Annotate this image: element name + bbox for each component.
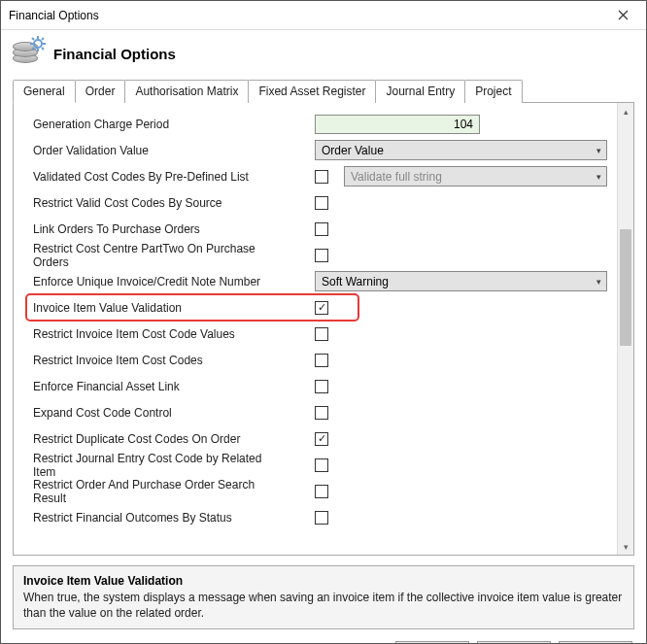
enforce-financial-asset-link-checkbox[interactable] [315,380,328,393]
link-orders-to-purchase-orders-checkbox[interactable] [315,222,328,236]
dialog-title: Financial Options [53,46,176,62]
invoice-item-value-validation-checkbox[interactable] [315,301,328,315]
description-title: Invoice Item Value Validation [23,574,624,588]
field-restrict-invoice-item-cost-code-values: Restrict Invoice Item Cost Code Values [31,321,607,347]
label: Restrict Duplicate Cost Codes On Order [31,432,286,446]
order-validation-value-select[interactable]: Order Value ▾ [315,140,607,160]
tab-order[interactable]: Order [75,80,126,103]
restrict-valid-cost-codes-by-source-checkbox[interactable] [315,196,328,210]
field-restrict-duplicate-cost-codes-order: Restrict Duplicate Cost Codes On Order [31,425,607,452]
label: Restrict Journal Entry Cost Code by Rela… [31,452,286,479]
scroll-down-arrow-icon[interactable]: ▾ [618,538,633,555]
tab-general[interactable]: General [13,80,76,103]
database-gear-icon [13,38,44,69]
field-link-orders-to-purchase-orders: Link Orders To Purchase Orders [31,216,607,242]
dialog-buttons: Apply OK Cancel [1,629,646,644]
label: Enforce Financial Asset Link [31,380,286,393]
restrict-cost-centre-parttwo-checkbox[interactable] [315,249,328,262]
tab-project[interactable]: Project [464,80,522,103]
field-restrict-financial-outcomes-by-status: Restrict Financial Outcomes By Status [31,504,607,530]
tab-authorisation-matrix[interactable]: Authorisation Matrix [124,80,249,103]
description-body: When true, the system displays a message… [23,590,624,621]
svg-line-8 [42,38,44,40]
svg-line-5 [32,38,34,40]
label: Restrict Valid Cost Codes By Source [31,196,286,210]
tab-fixed-asset-register[interactable]: Fixed Asset Register [248,80,376,103]
svg-point-0 [34,40,42,48]
restrict-invoice-item-cost-codes-checkbox[interactable] [315,354,328,367]
select-value: Soft Warning [322,275,389,288]
restrict-order-purchase-order-search-checkbox[interactable] [315,485,328,498]
label: Expand Cost Code Control [31,406,286,420]
label: Order Validation Value [31,144,286,157]
label: Link Orders To Purchase Orders [31,222,286,236]
field-restrict-invoice-item-cost-codes: Restrict Invoice Item Cost Codes [31,347,607,373]
field-restrict-valid-cost-codes-by-source: Restrict Valid Cost Codes By Source [31,189,607,216]
restrict-invoice-item-cost-code-values-checkbox[interactable] [315,327,328,341]
label: Restrict Cost Centre PartTwo On Purchase… [31,242,286,269]
scrollbar-thumb[interactable] [620,229,631,346]
chevron-down-icon: ▾ [596,277,601,287]
close-button[interactable] [607,5,638,26]
label: Enforce Unique Invoice/Credit Note Numbe… [31,275,286,288]
field-generation-charge-period: Generation Charge Period [31,111,607,137]
validate-string-select: Validate full string ▾ [344,166,607,186]
scroll-up-arrow-icon[interactable]: ▴ [618,103,633,119]
restrict-duplicate-cost-codes-order-checkbox[interactable] [315,432,328,446]
generation-charge-period-input[interactable] [315,115,480,134]
field-restrict-order-purchase-order-search: Restrict Order And Purchase Order Search… [31,478,607,504]
titlebar: Financial Options [1,1,646,30]
label: Restrict Invoice Item Cost Codes [31,354,286,367]
restrict-financial-outcomes-by-status-checkbox[interactable] [315,511,328,525]
label: Restrict Invoice Item Cost Code Values [31,327,286,341]
chevron-down-icon: ▾ [596,172,601,182]
field-restrict-cost-centre-parttwo: Restrict Cost Centre PartTwo On Purchase… [31,242,607,268]
dialog-header: Financial Options [1,30,646,79]
field-validated-cost-codes-predefined: Validated Cost Codes By Pre-Defined List… [31,163,607,189]
label: Generation Charge Period [31,118,286,131]
tab-strip: General Order Authorisation Matrix Fixed… [13,79,634,103]
field-enforce-financial-asset-link: Enforce Financial Asset Link [31,373,607,399]
close-icon [618,10,629,20]
restrict-journal-entry-cost-code-checkbox[interactable] [315,458,328,472]
expand-cost-code-control-checkbox[interactable] [315,406,328,420]
svg-line-6 [42,48,44,50]
label: Validated Cost Codes By Pre-Defined List [31,170,286,184]
select-value: Validate full string [351,170,442,184]
svg-line-7 [32,48,34,50]
tab-journal-entry[interactable]: Journal Entry [375,80,465,103]
field-order-validation-value: Order Validation Value Order Value ▾ [31,137,607,163]
validated-cost-codes-predefined-checkbox[interactable] [315,170,328,184]
select-value: Order Value [322,144,384,157]
enforce-unique-invoice-number-select[interactable]: Soft Warning ▾ [315,271,607,291]
window-title: Financial Options [9,9,607,22]
vertical-scrollbar[interactable]: ▴ ▾ [617,103,633,555]
label: Restrict Financial Outcomes By Status [31,511,286,525]
label: Restrict Order And Purchase Order Search… [31,478,286,505]
chevron-down-icon: ▾ [596,146,601,155]
field-invoice-item-value-validation: Invoice Item Value Validation [31,294,607,321]
field-expand-cost-code-control: Expand Cost Code Control [31,399,607,425]
tab-panel: Generation Charge Period Order Validatio… [13,103,634,556]
general-tab-content: Generation Charge Period Order Validatio… [14,103,617,555]
description-panel: Invoice Item Value Validation When true,… [13,565,634,629]
field-restrict-journal-entry-cost-code: Restrict Journal Entry Cost Code by Rela… [31,452,607,478]
field-enforce-unique-invoice-number: Enforce Unique Invoice/Credit Note Numbe… [31,268,607,294]
label: Invoice Item Value Validation [31,301,286,315]
